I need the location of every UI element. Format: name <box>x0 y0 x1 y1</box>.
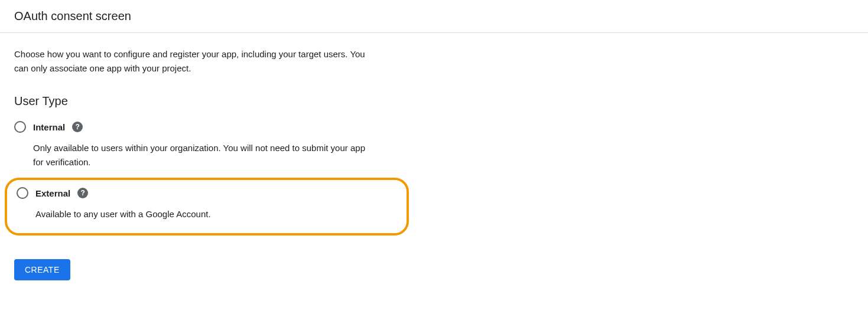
radio-label-internal: Internal <box>33 122 65 132</box>
create-button[interactable]: CREATE <box>14 259 70 280</box>
intro-text: Choose how you want to configure and reg… <box>14 47 381 76</box>
highlighted-option-external: External ? Available to any user with a … <box>5 178 409 236</box>
radio-row-internal: Internal ? <box>14 121 399 133</box>
page-header: OAuth consent screen <box>0 0 868 33</box>
radio-description-external: Available to any user with a Google Acco… <box>35 207 372 221</box>
radio-item-external: External ? Available to any user with a … <box>14 187 399 221</box>
radio-internal[interactable] <box>14 121 26 133</box>
user-type-heading: User Type <box>14 94 399 108</box>
page-title: OAuth consent screen <box>14 9 854 23</box>
main-content: Choose how you want to configure and reg… <box>0 33 414 295</box>
radio-label-external: External <box>35 188 70 198</box>
radio-external[interactable] <box>17 187 28 199</box>
radio-row-external: External ? <box>17 187 399 199</box>
radio-item-internal: Internal ? Only available to users withi… <box>14 119 399 178</box>
user-type-radio-group: Internal ? Only available to users withi… <box>14 119 399 236</box>
radio-description-internal: Only available to users within your orga… <box>33 141 370 169</box>
help-icon[interactable]: ? <box>72 122 83 132</box>
help-icon[interactable]: ? <box>77 188 88 198</box>
